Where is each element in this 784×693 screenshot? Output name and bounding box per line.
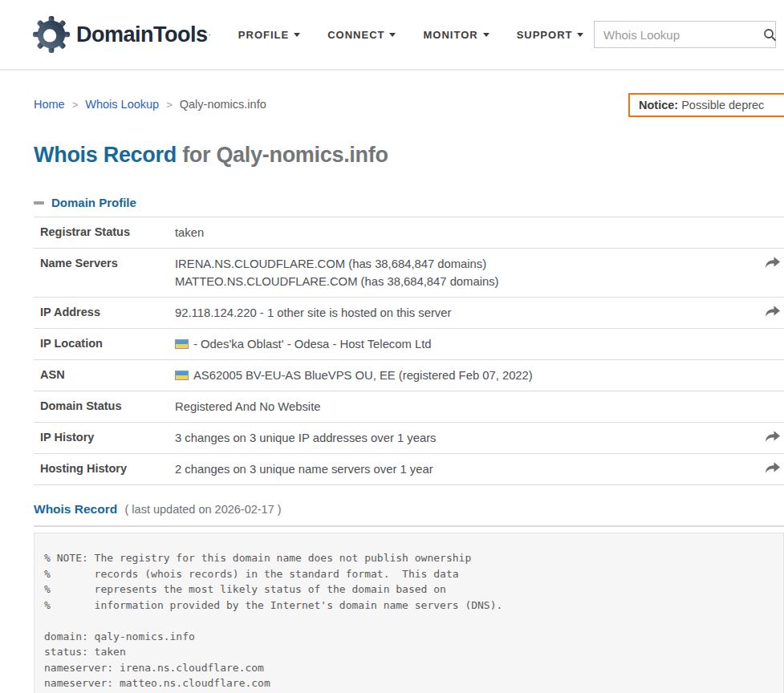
forward-arrow-icon[interactable] <box>764 430 781 444</box>
row-value-line: MATTEO.NS.CLOUDFLARE.COM (has 38,684,847… <box>175 273 760 290</box>
notice-text: Possible deprec <box>678 99 764 111</box>
search-icon[interactable] <box>763 28 777 42</box>
domaintools-logo[interactable]: DomainTools · <box>32 15 211 54</box>
breadcrumb-separator: > <box>72 99 79 111</box>
row-label: Name Servers <box>34 255 175 290</box>
collapse-icon[interactable] <box>34 201 44 205</box>
row-value-text: - Odes'ka Oblast' - Odesa - Host Telecom… <box>193 335 432 353</box>
brand-trademark: · <box>209 30 211 39</box>
nav-monitor[interactable]: MONITOR <box>423 29 489 41</box>
gear-icon <box>32 15 71 54</box>
nav-connect-label: CONNECT <box>327 29 384 41</box>
row-value-line: 2 changes on 3 unique name servers over … <box>175 460 760 478</box>
chevron-down-icon <box>577 33 583 37</box>
whois-search-box[interactable] <box>594 21 776 48</box>
ukraine-flag-icon <box>175 371 189 380</box>
row-value-text: taken <box>175 224 204 241</box>
row-value-text: AS62005 BV-EU-AS BlueVPS OU, EE (registe… <box>193 367 533 384</box>
forward-arrow-icon[interactable] <box>764 305 781 318</box>
nav-support[interactable]: SUPPORT <box>517 29 584 41</box>
profile-row-hosting-history: Hosting History2 changes on 3 unique nam… <box>34 454 784 485</box>
breadcrumb-bar: Home > Whois Lookup > Qaly-nomics.info N… <box>34 98 784 111</box>
domain-profile-table: Registrar StatustakenName ServersIRENA.N… <box>34 217 784 485</box>
row-label: Domain Status <box>34 398 175 415</box>
whois-record-heading: Whois Record <box>34 502 117 516</box>
row-value-text: MATTEO.NS.CLOUDFLARE.COM (has 38,684,847… <box>175 273 498 290</box>
row-value-line: AS62005 BV-EU-AS BlueVPS OU, EE (registe… <box>175 367 760 384</box>
nav-support-label: SUPPORT <box>517 29 573 41</box>
row-value-line: taken <box>175 224 760 241</box>
domain-profile-header: Domain Profile <box>34 196 784 209</box>
ukraine-flag-icon <box>175 339 189 349</box>
row-label: Hosting History <box>34 460 175 478</box>
whois-record-text: % NOTE: The registry for this domain nam… <box>44 550 774 693</box>
row-value: 2 changes on 3 unique name servers over … <box>175 460 784 478</box>
search-input[interactable] <box>603 28 763 42</box>
profile-row-ip-history: IP History3 changes on 3 unique IP addre… <box>34 423 784 454</box>
row-value-text: 92.118.124.220 - 1 other site is hosted … <box>175 304 451 322</box>
breadcrumb-separator: > <box>166 99 173 111</box>
profile-row-name-servers: Name ServersIRENA.NS.CLOUDFLARE.COM (has… <box>34 249 784 298</box>
forward-arrow-icon[interactable] <box>764 256 781 270</box>
deprecation-notice: Notice: Possible deprec <box>628 93 784 117</box>
row-label: Registrar Status <box>34 224 175 241</box>
nav-profile-label: PROFILE <box>238 29 289 41</box>
row-value-line: 92.118.124.220 - 1 other site is hosted … <box>175 304 760 322</box>
whois-record-header: Whois Record ( last updated on 2026-02-1… <box>34 502 784 517</box>
profile-row-domain-status: Domain StatusRegistered And No Website <box>34 391 784 423</box>
row-value-line: Registered And No Website <box>175 398 760 415</box>
domain-profile-heading: Domain Profile <box>51 196 136 209</box>
divider <box>34 525 784 527</box>
chevron-down-icon <box>294 33 300 37</box>
breadcrumb-home[interactable]: Home <box>34 98 65 111</box>
profile-row-asn: ASNAS62005 BV-EU-AS BlueVPS OU, EE (regi… <box>34 360 784 391</box>
page-title-main: Whois Record <box>34 143 177 167</box>
row-label: IP Address <box>34 304 175 322</box>
row-value-text: IRENA.NS.CLOUDFLARE.COM (has 38,684,847 … <box>175 255 486 273</box>
profile-row-ip-location: IP Location- Odes'ka Oblast' - Odesa - H… <box>34 329 784 360</box>
row-value: IRENA.NS.CLOUDFLARE.COM (has 38,684,847 … <box>175 255 784 290</box>
notice-label: Notice: <box>639 99 678 111</box>
page-title: Whois Record for Qaly-nomics.info <box>34 143 784 168</box>
whois-record-updated: ( last updated on 2026-02-17 ) <box>125 503 282 516</box>
row-value: taken <box>175 224 784 241</box>
main-nav: PROFILE CONNECT MONITOR SUPPORT <box>238 29 584 41</box>
row-value-text: Registered And No Website <box>175 398 321 415</box>
row-value: 3 changes on 3 unique IP addresses over … <box>175 429 784 447</box>
row-value: 92.118.124.220 - 1 other site is hosted … <box>175 304 784 322</box>
row-label: IP Location <box>34 335 175 353</box>
page-content: Home > Whois Lookup > Qaly-nomics.info N… <box>0 98 784 693</box>
chevron-down-icon <box>389 33 396 37</box>
nav-monitor-label: MONITOR <box>423 29 477 41</box>
profile-row-ip-address: IP Address92.118.124.220 - 1 other site … <box>34 298 784 329</box>
breadcrumb-whois-lookup[interactable]: Whois Lookup <box>85 98 159 111</box>
breadcrumb-current-domain: Qaly-nomics.info <box>180 98 266 111</box>
nav-connect[interactable]: CONNECT <box>327 29 396 41</box>
row-value-text: 2 changes on 3 unique name servers over … <box>175 460 433 478</box>
profile-row-registrar-status: Registrar Statustaken <box>34 217 784 249</box>
row-label: IP History <box>34 429 175 447</box>
row-value-line: 3 changes on 3 unique IP addresses over … <box>175 429 760 447</box>
whois-record-box: % NOTE: The registry for this domain nam… <box>34 533 784 693</box>
page-title-domain: for Qaly-nomics.info <box>182 143 388 167</box>
row-value-line: - Odes'ka Oblast' - Odesa - Host Telecom… <box>175 335 760 353</box>
top-header: DomainTools · PROFILE CONNECT MONITOR SU… <box>0 0 784 71</box>
row-value-line: IRENA.NS.CLOUDFLARE.COM (has 38,684,847 … <box>175 255 760 273</box>
chevron-down-icon <box>483 33 489 37</box>
forward-arrow-icon[interactable] <box>764 461 781 475</box>
row-label: ASN <box>34 367 175 384</box>
nav-profile[interactable]: PROFILE <box>238 29 300 41</box>
row-value: AS62005 BV-EU-AS BlueVPS OU, EE (registe… <box>175 367 784 384</box>
brand-name: DomainTools <box>76 22 208 47</box>
row-value-text: 3 changes on 3 unique IP addresses over … <box>175 429 436 447</box>
row-value: Registered And No Website <box>175 398 784 415</box>
row-value: - Odes'ka Oblast' - Odesa - Host Telecom… <box>175 335 784 353</box>
